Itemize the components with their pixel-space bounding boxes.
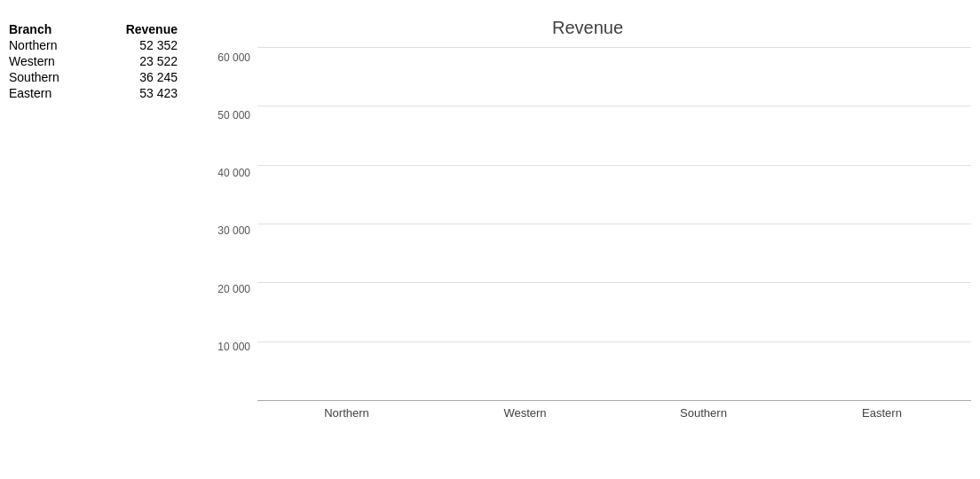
x-axis-label: Northern — [298, 406, 396, 420]
y-axis-label: 30 000 — [217, 224, 250, 237]
table-cell-revenue: 23 522 — [89, 54, 178, 68]
y-axis-label: 20 000 — [217, 283, 250, 295]
chart-title: Revenue — [552, 18, 623, 38]
y-axis-label: 10 000 — [217, 341, 250, 353]
x-axis-label: Eastern — [834, 406, 931, 420]
y-axis-label: 50 000 — [217, 109, 250, 122]
x-labels: NorthernWesternSouthernEastern — [257, 401, 971, 420]
chart-container: Revenue 60 00050 00040 00030 00020 00010… — [204, 18, 971, 470]
data-table: Branch Revenue Northern52 352Western23 5… — [9, 18, 204, 470]
y-axis-label: 40 000 — [217, 167, 250, 179]
col-header-revenue: Revenue — [89, 22, 178, 36]
table-cell-branch: Southern — [9, 70, 89, 84]
bars-row — [257, 47, 971, 401]
table-cell-revenue: 53 423 — [89, 86, 178, 100]
table-cell-branch: Eastern — [9, 86, 89, 100]
page-container: Branch Revenue Northern52 352Western23 5… — [0, 0, 980, 479]
y-axis: 60 00050 00040 00030 00020 00010 000 — [204, 47, 257, 420]
chart-area: 60 00050 00040 00030 00020 00010 000 Nor… — [204, 47, 971, 420]
table-grid: Branch Revenue Northern52 352Western23 5… — [9, 22, 204, 100]
y-axis-label: 60 000 — [217, 51, 250, 64]
bars-and-baseline — [257, 47, 971, 401]
table-cell-branch: Western — [9, 54, 89, 68]
table-cell-branch: Northern — [9, 38, 89, 52]
col-header-branch: Branch — [9, 22, 89, 36]
table-cell-revenue: 36 245 — [89, 70, 178, 84]
x-axis-label: Southern — [655, 406, 753, 420]
chart-body: NorthernWesternSouthernEastern — [257, 47, 971, 420]
bars-inner — [257, 47, 971, 400]
table-cell-revenue: 52 352 — [89, 38, 178, 52]
x-axis-label: Western — [477, 406, 574, 420]
